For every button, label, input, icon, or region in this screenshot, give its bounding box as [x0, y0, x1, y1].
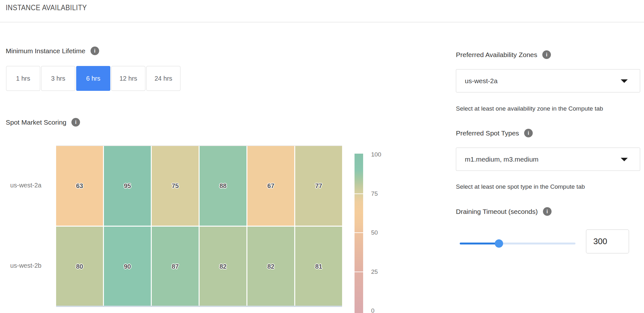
heatmap-cell[interactable]: 82	[247, 227, 294, 306]
heatmap-cell[interactable]: 75	[152, 146, 199, 226]
lifetime-option-1-hrs[interactable]: 1 hrs	[6, 66, 40, 91]
chevron-down-icon	[621, 79, 628, 83]
lifetime-option-24-hrs[interactable]: 24 hrs	[146, 66, 180, 91]
heatmap-row-label: us-west-2a	[6, 182, 45, 189]
zones-select-value: us-west-2a	[465, 77, 498, 85]
lifetime-option-12-hrs[interactable]: 12 hrs	[111, 66, 145, 91]
heatmap-cell[interactable]: 90	[104, 227, 151, 306]
draining-timeout-value: 300	[593, 237, 607, 246]
info-icon[interactable]: i	[542, 50, 551, 59]
scoring-label: Spot Market Scoring	[6, 119, 66, 126]
spot-types-select-value: m1.medium, m3.medium	[465, 156, 538, 163]
colorbar-separator	[355, 193, 363, 194]
lifetime-label: Minimum Instance Lifetime	[6, 47, 85, 55]
spot-types-label: Preferred Spot Types	[456, 129, 519, 137]
heatmap-cell[interactable]: 80	[56, 227, 103, 306]
heatmap-cell[interactable]: 81	[295, 227, 342, 306]
colorbar-tick-label: 50	[371, 229, 378, 236]
heatmap-cell[interactable]: 87	[152, 227, 199, 306]
colorbar-tick-label: 100	[371, 151, 381, 158]
heatmap-cell[interactable]: 77	[295, 146, 342, 226]
spot-types-helper-text: Select at least one spot type in the Com…	[456, 183, 585, 190]
scoring-label-row: Spot Market Scoring i	[6, 118, 80, 127]
heatmap-baseline	[56, 306, 342, 307]
info-icon[interactable]: i	[543, 207, 552, 216]
lifetime-label-row: Minimum Instance Lifetime i	[6, 47, 99, 55]
heatmap-cell[interactable]: 88	[200, 146, 246, 226]
draining-slider-fill	[460, 243, 499, 244]
lifetime-option-6-hrs[interactable]: 6 hrs	[76, 66, 110, 91]
draining-label: Draining Timeout (seconds)	[456, 208, 538, 215]
colorbar-separator	[355, 272, 363, 272]
colorbar-tick-label: 75	[371, 190, 378, 197]
draining-slider[interactable]	[460, 243, 575, 244]
lifetime-button-group: 1 hrs3 hrs6 hrs12 hrs24 hrs	[6, 66, 180, 91]
heatmap-colorbar	[355, 154, 363, 313]
heatmap-cell[interactable]: 63	[56, 146, 103, 226]
info-icon[interactable]: i	[91, 47, 99, 55]
zones-helper-text: Select at least one availability zone in…	[456, 105, 603, 112]
colorbar-separator	[355, 232, 363, 233]
zones-select[interactable]: us-west-2a	[456, 69, 640, 92]
draining-timeout-input[interactable]: 300	[586, 229, 629, 253]
info-icon[interactable]: i	[71, 118, 80, 127]
zones-label-row: Preferred Availability Zones i	[456, 50, 551, 59]
info-icon[interactable]: i	[524, 129, 533, 137]
heatmap-cell[interactable]: 95	[104, 146, 151, 226]
spot-market-heatmap: 639575886777809087828281	[56, 145, 342, 306]
heatmap-cell[interactable]: 67	[247, 146, 294, 226]
colorbar-tick-label: 25	[371, 268, 378, 275]
colorbar-tick-label: 0	[371, 307, 375, 313]
spot-types-label-row: Preferred Spot Types i	[456, 129, 533, 137]
chevron-down-icon	[621, 158, 628, 161]
heatmap-cell[interactable]: 82	[200, 227, 246, 306]
instance-availability-page: INSTANCE AVAILABILITY Minimum Instance L…	[0, 0, 644, 313]
draining-label-row: Draining Timeout (seconds) i	[456, 207, 552, 216]
zones-label: Preferred Availability Zones	[456, 51, 537, 59]
lifetime-option-3-hrs[interactable]: 3 hrs	[41, 66, 75, 91]
draining-slider-thumb[interactable]	[495, 239, 503, 248]
heatmap-row-label: us-west-2b	[6, 262, 45, 269]
page-title: INSTANCE AVAILABILITY	[6, 3, 87, 12]
header-divider	[0, 22, 644, 22]
spot-types-select[interactable]: m1.medium, m3.medium	[456, 148, 640, 171]
